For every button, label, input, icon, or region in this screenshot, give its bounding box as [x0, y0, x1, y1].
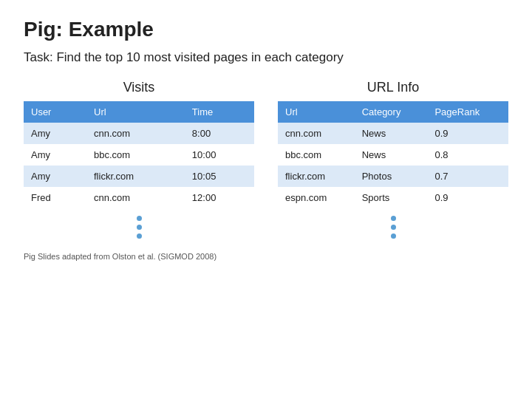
- list-item: Photos: [355, 166, 428, 187]
- visits-dot-1: [137, 216, 142, 221]
- visits-dot-2: [137, 225, 142, 230]
- tables-row: Visits User Url Time Amycnn.com8:00Amybb…: [24, 80, 508, 208]
- table-row: Amybbc.com10:00: [24, 144, 254, 166]
- list-item: cnn.com: [86, 187, 185, 208]
- visits-col-time: Time: [185, 101, 254, 123]
- list-item: bbc.com: [278, 144, 355, 166]
- list-item: Amy: [24, 123, 86, 144]
- visits-section: Visits User Url Time Amycnn.com8:00Amybb…: [24, 80, 254, 208]
- url-info-header-row: Url Category PageRank: [278, 101, 508, 123]
- list-item: cnn.com: [86, 123, 185, 144]
- page-container: Pig: Example Task: Find the top 10 most …: [0, 0, 532, 273]
- url-info-section: URL Info Url Category PageRank cnn.comNe…: [278, 80, 508, 208]
- table-row: bbc.comNews0.8: [278, 144, 508, 166]
- list-item: News: [355, 144, 428, 166]
- url-info-dot-3: [391, 233, 396, 239]
- url-info-title: URL Info: [278, 80, 508, 95]
- footer: Pig Slides adapted from Olston et al. (S…: [24, 252, 508, 261]
- visits-title: Visits: [24, 80, 254, 95]
- dots-container: [24, 208, 508, 239]
- table-row: Amyflickr.com10:05: [24, 166, 254, 187]
- list-item: bbc.com: [86, 144, 185, 166]
- visits-dots: [24, 208, 254, 239]
- url-info-col-category: Category: [355, 101, 428, 123]
- list-item: 12:00: [185, 187, 254, 208]
- table-row: espn.comSports0.9: [278, 187, 508, 208]
- table-row: cnn.comNews0.9: [278, 123, 508, 144]
- url-info-col-url: Url: [278, 101, 355, 123]
- table-row: flickr.comPhotos0.7: [278, 166, 508, 187]
- list-item: News: [355, 123, 428, 144]
- list-item: 0.9: [427, 123, 508, 144]
- list-item: flickr.com: [278, 166, 355, 187]
- list-item: Sports: [355, 187, 428, 208]
- subtitle: Task: Find the top 10 most visited pages…: [24, 50, 508, 65]
- page-title: Pig: Example: [24, 18, 508, 41]
- url-info-dot-1: [391, 216, 396, 221]
- url-info-dots-row: [391, 216, 396, 239]
- url-info-dot-2: [391, 225, 396, 230]
- table-row: Amycnn.com8:00: [24, 123, 254, 144]
- url-info-col-pagerank: PageRank: [427, 101, 508, 123]
- table-row: Fredcnn.com12:00: [24, 187, 254, 208]
- visits-col-user: User: [24, 101, 86, 123]
- list-item: Amy: [24, 166, 86, 187]
- visits-header-row: User Url Time: [24, 101, 254, 123]
- visits-dot-3: [137, 233, 142, 239]
- list-item: cnn.com: [278, 123, 355, 144]
- list-item: 10:05: [185, 166, 254, 187]
- list-item: Amy: [24, 144, 86, 166]
- visits-table: User Url Time Amycnn.com8:00Amybbc.com10…: [24, 101, 254, 208]
- list-item: 8:00: [185, 123, 254, 144]
- list-item: espn.com: [278, 187, 355, 208]
- visits-dots-row: [137, 216, 142, 239]
- list-item: flickr.com: [86, 166, 185, 187]
- url-info-table: Url Category PageRank cnn.comNews0.9bbc.…: [278, 101, 508, 208]
- list-item: 10:00: [185, 144, 254, 166]
- list-item: 0.7: [427, 166, 508, 187]
- visits-col-url: Url: [86, 101, 185, 123]
- url-info-dots: [278, 208, 508, 239]
- list-item: 0.8: [427, 144, 508, 166]
- list-item: Fred: [24, 187, 86, 208]
- list-item: 0.9: [427, 187, 508, 208]
